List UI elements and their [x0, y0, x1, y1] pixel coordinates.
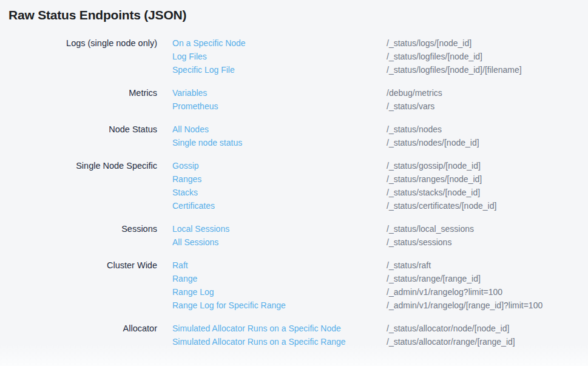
endpoint-link[interactable]: Range Log for Specific Range [172, 299, 286, 312]
section-label: Logs (single node only) [8, 36, 157, 50]
endpoint-section: Single Node SpecificGossip/_status/gossi… [8, 159, 580, 212]
endpoint-section: SessionsLocal Sessions/_status/local_ses… [8, 222, 580, 249]
endpoint-link[interactable]: Simulated Allocator Runs on a Specific R… [172, 335, 346, 348]
endpoint-path: /_status/nodes [387, 123, 580, 136]
endpoint-link[interactable]: Range [172, 272, 197, 285]
endpoint-path: /_status/allocator/range/[range_id] [387, 335, 580, 348]
endpoint-path: /debug/metrics [387, 86, 580, 100]
section-label: Node Status [8, 123, 157, 136]
endpoint-path: /_status/local_sessions [387, 222, 580, 236]
endpoint-link[interactable]: Certificates [172, 199, 215, 212]
endpoint-link[interactable]: Ranges [172, 172, 201, 186]
endpoint-section: Node StatusAll Nodes/_status/nodesSingle… [8, 123, 580, 149]
endpoint-path: /_status/gossip/[node_id] [387, 159, 580, 172]
endpoint-link[interactable]: Prometheus [172, 100, 218, 113]
endpoint-link[interactable]: Local Sessions [172, 222, 229, 236]
endpoint-path: /_status/logfiles/[node_id]/[filename] [387, 63, 580, 76]
raw-status-endpoints-page: Raw Status Endpoints (JSON) Logs (single… [0, 0, 588, 348]
endpoint-path: /_status/sessions [387, 236, 580, 249]
endpoint-section: MetricsVariables/debug/metricsPrometheus… [8, 86, 580, 113]
endpoint-link[interactable]: All Nodes [172, 123, 209, 136]
endpoint-path: /_status/vars [387, 100, 580, 113]
endpoint-link[interactable]: On a Specific Node [172, 36, 246, 50]
endpoint-path: /_status/nodes/[node_id] [387, 136, 580, 149]
endpoint-link[interactable]: Stacks [172, 186, 198, 199]
page-title: Raw Status Endpoints (JSON) [8, 7, 580, 24]
endpoint-link[interactable]: Log Files [172, 50, 207, 63]
section-label: Single Node Specific [8, 159, 157, 172]
endpoint-link[interactable]: Gossip [172, 159, 199, 172]
endpoint-path: /_status/raft [387, 259, 580, 272]
endpoint-section: Cluster WideRaft/_status/raftRange/_stat… [8, 259, 580, 312]
endpoint-path: /_admin/v1/rangelog?limit=100 [387, 285, 580, 299]
endpoint-link[interactable]: All Sessions [172, 236, 218, 249]
endpoint-link[interactable]: Range Log [172, 285, 214, 299]
endpoint-path: /_status/logfiles/[node_id] [387, 50, 580, 63]
endpoint-sections: Logs (single node only)On a Specific Nod… [8, 36, 580, 348]
endpoint-link[interactable]: Variables [172, 86, 207, 100]
endpoint-path: /_status/ranges/[node_id] [387, 172, 580, 186]
endpoint-path: /_status/logs/[node_id] [387, 36, 580, 50]
endpoint-link[interactable]: Simulated Allocator Runs on a Specific N… [172, 322, 341, 335]
section-label: Sessions [8, 222, 157, 236]
endpoint-path: /_status/range/[range_id] [387, 272, 580, 285]
endpoint-path: /_status/certificates/[node_id] [387, 199, 580, 212]
section-label: Cluster Wide [8, 259, 157, 272]
endpoint-section: Logs (single node only)On a Specific Nod… [8, 36, 580, 76]
endpoint-link[interactable]: Raft [172, 259, 188, 272]
endpoint-link[interactable]: Single node status [172, 136, 242, 149]
section-label: Metrics [8, 86, 157, 100]
endpoint-section: AllocatorSimulated Allocator Runs on a S… [8, 322, 580, 348]
endpoint-path: /_status/allocator/node/[node_id] [387, 322, 580, 335]
section-label: Allocator [8, 322, 157, 335]
endpoint-path: /_status/stacks/[node_id] [387, 186, 580, 199]
endpoint-path: /_admin/v1/rangelog/[range_id]?limit=100 [387, 299, 580, 312]
endpoint-link[interactable]: Specific Log File [172, 63, 235, 76]
